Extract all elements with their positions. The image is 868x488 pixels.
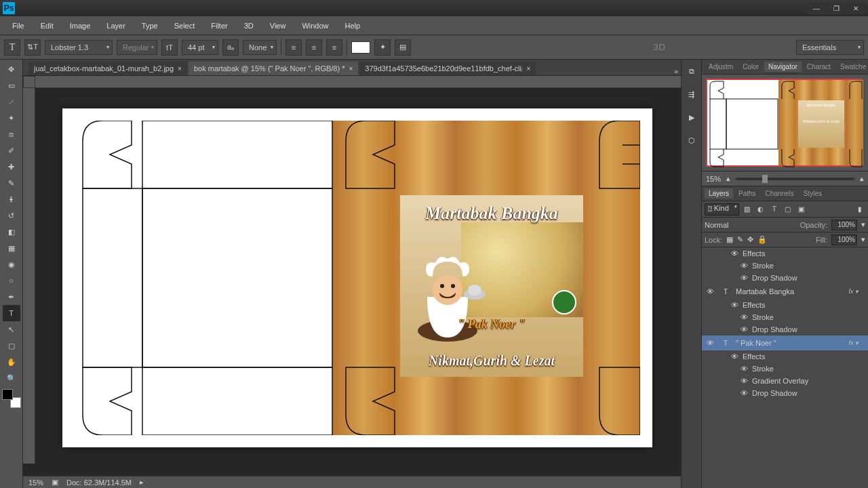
tab-adjustments[interactable]: Adjustm xyxy=(705,62,737,72)
tab-styles[interactable]: Styles xyxy=(800,188,826,199)
close-icon[interactable]: × xyxy=(526,65,530,73)
warp-text-icon[interactable]: ✦ xyxy=(374,39,391,56)
hand-tool[interactable]: ✋ xyxy=(3,354,20,370)
blur-tool[interactable]: ◉ xyxy=(3,256,20,272)
doc-tab-3[interactable]: 379d3f1a45735e6be21b20d9ee11bfdb_chef-cl… xyxy=(359,62,536,75)
menu-filter[interactable]: Filter xyxy=(204,19,234,33)
font-family-select[interactable]: Lobster 1.3 xyxy=(45,40,113,55)
tab-paths[interactable]: Paths xyxy=(734,188,760,199)
layer-item[interactable]: 👁T" Pak Noer "fx ▾ xyxy=(702,336,868,350)
menu-image[interactable]: Image xyxy=(63,19,98,33)
gradient-tool[interactable]: ▦ xyxy=(3,240,20,256)
tab-swatches[interactable]: Swatche xyxy=(836,62,868,72)
effect-item[interactable]: 👁Effects xyxy=(702,350,868,363)
fill-input[interactable] xyxy=(831,235,857,245)
menu-select[interactable]: Select xyxy=(167,19,202,33)
filter-type-icon[interactable]: T xyxy=(769,204,780,215)
shape-tool[interactable]: ▢ xyxy=(3,338,20,354)
maximize-button[interactable]: ❐ xyxy=(827,2,846,14)
marquee-tool[interactable]: ▭ xyxy=(3,77,20,94)
visibility-icon[interactable]: 👁 xyxy=(740,365,748,373)
ruler-vertical[interactable] xyxy=(23,88,35,464)
align-center-icon[interactable]: ≡ xyxy=(306,39,322,56)
anti-alias-select[interactable]: None xyxy=(243,40,277,55)
stamp-tool[interactable]: ⧱ xyxy=(3,191,20,207)
ruler-horizontal[interactable] xyxy=(35,76,681,88)
filter-shape-icon[interactable]: ▢ xyxy=(783,204,793,215)
visibility-icon[interactable]: 👁 xyxy=(740,262,748,270)
align-left-icon[interactable]: ≡ xyxy=(285,39,302,56)
workspace-select[interactable]: Essentials xyxy=(796,40,864,55)
zoom-out-icon[interactable]: ▴ xyxy=(726,174,730,183)
nav-zoom-value[interactable]: 15% xyxy=(706,175,721,183)
menu-view[interactable]: View xyxy=(263,19,293,33)
doc-size[interactable]: Doc: 62.3M/114.5M xyxy=(66,479,132,487)
visibility-icon[interactable]: 👁 xyxy=(740,389,748,397)
ruler-origin[interactable] xyxy=(23,76,35,88)
effect-item[interactable]: 👁Stroke xyxy=(702,311,868,323)
blend-mode-select[interactable]: Normal xyxy=(705,221,796,229)
font-size-select[interactable]: 44 pt xyxy=(182,40,218,55)
filter-pixel-icon[interactable]: ▧ xyxy=(742,204,753,215)
lasso-tool[interactable]: ⟋ xyxy=(3,94,20,110)
menu-layer[interactable]: Layer xyxy=(100,19,132,33)
history-brush-tool[interactable]: ↺ xyxy=(3,207,20,224)
effect-item[interactable]: 👁Drop Shadow xyxy=(702,323,868,336)
visibility-icon[interactable]: 👁 xyxy=(740,377,748,385)
tab-character[interactable]: Charact xyxy=(803,62,835,72)
healing-tool[interactable]: ✚ xyxy=(3,159,20,175)
lock-all-icon[interactable]: 🔒 xyxy=(757,235,767,244)
eyedropper-tool[interactable]: ✐ xyxy=(3,142,20,159)
layer-list[interactable]: 👁Effects👁Stroke👁Drop Shadow👁TMartabak Ba… xyxy=(702,247,868,488)
filter-adjust-icon[interactable]: ◐ xyxy=(755,204,766,215)
brush-tool[interactable]: ✎ xyxy=(3,175,20,191)
filter-smart-icon[interactable]: ▣ xyxy=(796,204,807,215)
effect-item[interactable]: 👁Stroke xyxy=(702,260,868,272)
filter-toggle[interactable]: ▮ xyxy=(854,204,865,215)
tab-color[interactable]: Color xyxy=(738,62,763,72)
lock-pixels-icon[interactable]: ✎ xyxy=(737,235,743,244)
visibility-icon[interactable]: 👁 xyxy=(730,301,738,309)
play-icon[interactable]: ▶ xyxy=(686,111,698,123)
lock-transparent-icon[interactable]: ▦ xyxy=(726,235,733,244)
navigator-thumbnail[interactable]: Martabak BangkaNikmat,Gurih & Lezat xyxy=(706,79,862,167)
character-panel-icon[interactable]: ▤ xyxy=(395,39,411,56)
tab-navigator[interactable]: Navigator xyxy=(764,62,802,72)
tab-channels[interactable]: Channels xyxy=(762,188,798,199)
visibility-icon[interactable]: 👁 xyxy=(730,352,738,361)
fx-badge[interactable]: fx ▾ xyxy=(848,340,859,346)
path-select-tool[interactable]: ↖ xyxy=(3,321,20,338)
canvas[interactable]: Martabak Bangka " Pak Noer " Nik xyxy=(62,108,652,447)
effect-item[interactable]: 👁Effects xyxy=(702,247,868,260)
minimize-button[interactable]: — xyxy=(807,2,826,14)
visibility-icon[interactable]: 👁 xyxy=(705,339,715,347)
zoom-slider[interactable] xyxy=(736,178,854,180)
color-picker[interactable] xyxy=(2,389,21,408)
visibility-icon[interactable]: 👁 xyxy=(730,249,738,258)
visibility-icon[interactable]: 👁 xyxy=(740,274,748,282)
3d-mode-icon[interactable]: 3D xyxy=(653,42,666,52)
tab-overflow-icon[interactable]: » xyxy=(671,67,681,75)
zoom-tool[interactable]: 🔍 xyxy=(3,370,20,386)
3d-panel-icon[interactable]: ⬡ xyxy=(686,134,698,146)
effect-item[interactable]: 👁Effects xyxy=(702,299,868,311)
effect-item[interactable]: 👁Stroke xyxy=(702,363,868,375)
doc-tab-2[interactable]: bok martabak @ 15% (" Pak Noer ", RGB/8)… xyxy=(189,62,358,75)
move-tool[interactable]: ✥ xyxy=(3,61,20,77)
canvas-viewport[interactable]: Martabak Bangka " Pak Noer " Nik xyxy=(23,76,681,476)
menu-help[interactable]: Help xyxy=(338,19,368,33)
status-icon[interactable]: ▣ xyxy=(52,478,58,487)
menu-3d[interactable]: 3D xyxy=(237,19,260,33)
zoom-value[interactable]: 15% xyxy=(28,479,43,487)
lock-position-icon[interactable]: ✥ xyxy=(747,235,753,244)
close-icon[interactable]: × xyxy=(349,65,353,73)
align-right-icon[interactable]: ≡ xyxy=(326,39,342,56)
font-style-select[interactable]: Regular xyxy=(117,40,157,55)
opacity-input[interactable] xyxy=(831,220,857,230)
menu-file[interactable]: File xyxy=(5,19,31,33)
status-arrow-icon[interactable]: ▸ xyxy=(140,478,144,487)
pen-tool[interactable]: ✒ xyxy=(3,289,20,305)
text-color-swatch[interactable] xyxy=(351,41,370,54)
visibility-icon[interactable]: 👁 xyxy=(740,325,748,333)
effect-item[interactable]: 👁Drop Shadow xyxy=(702,272,868,284)
